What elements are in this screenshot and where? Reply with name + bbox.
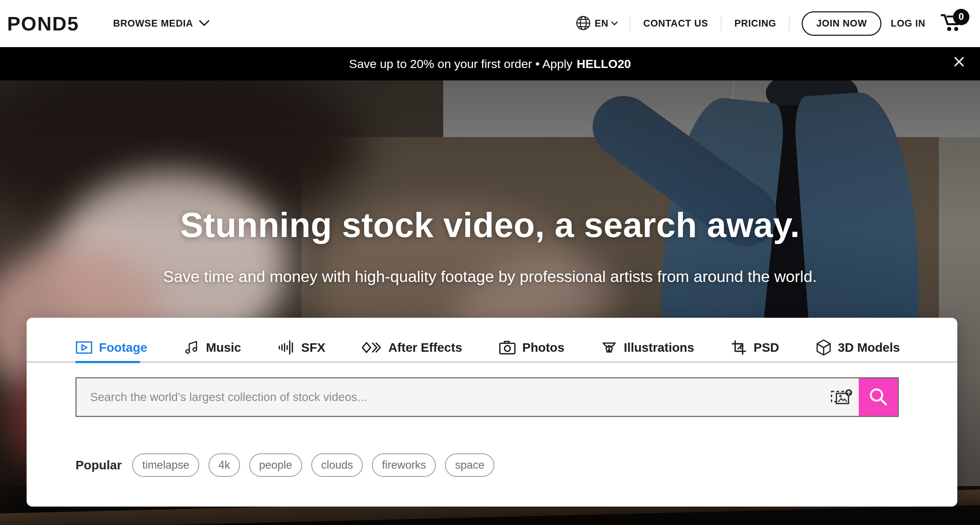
search-button[interactable] [859, 378, 898, 416]
pen-nib-icon [601, 339, 617, 356]
footage-play-icon [76, 341, 92, 354]
promo-text: Save up to 20% on your first order • App… [349, 57, 573, 71]
log-in-link[interactable]: LOG IN [891, 18, 925, 29]
popular-label: Popular [76, 458, 122, 472]
cart-count-badge: 0 [953, 9, 969, 25]
diamond-chevrons-icon [362, 341, 382, 354]
tab-label: Photos [522, 341, 565, 355]
tab-label: Music [206, 341, 241, 355]
tabs-underline [27, 361, 957, 363]
popular-tag-4k[interactable]: 4k [208, 454, 240, 477]
cart-button[interactable]: 0 [940, 10, 969, 37]
browse-media-menu[interactable]: BROWSE MEDIA [113, 18, 210, 29]
pricing-link[interactable]: PRICING [734, 18, 776, 29]
close-icon [953, 63, 965, 69]
contact-us-link[interactable]: CONTACT US [643, 18, 708, 29]
join-now-button[interactable]: JOIN NOW [802, 11, 881, 36]
search-bar [76, 377, 899, 417]
header-actions: EN CONTACT US PRICING JOIN NOW LOG IN 0 [576, 10, 969, 37]
media-type-tabs: Footage Music SFX After Effects Photos [76, 334, 900, 361]
active-tab-indicator [76, 361, 140, 363]
search-icon [868, 387, 889, 408]
globe-icon [576, 15, 591, 32]
tab-illustrations[interactable]: Illustrations [601, 339, 694, 356]
tab-label: After Effects [388, 341, 462, 355]
tab-photos[interactable]: Photos [499, 340, 565, 355]
chevron-down-icon [193, 20, 210, 28]
nav-divider [789, 16, 790, 31]
tab-music[interactable]: Music [184, 340, 241, 355]
tab-label: 3D Models [838, 341, 900, 355]
language-label: EN [595, 18, 608, 29]
cart-icon [940, 28, 965, 34]
camera-icon [499, 340, 516, 355]
tab-label: SFX [301, 341, 326, 355]
popular-tag-fireworks[interactable]: fireworks [372, 454, 436, 477]
tab-label: PSD [753, 341, 779, 355]
hero-title: Stunning stock video, a search away. [0, 205, 980, 245]
image-search-button[interactable] [825, 378, 859, 416]
popular-tag-people[interactable]: people [249, 454, 302, 477]
chevron-down-icon [611, 21, 618, 27]
search-input[interactable] [76, 378, 825, 416]
popular-tag-clouds[interactable]: clouds [311, 454, 363, 477]
popular-tag-space[interactable]: space [445, 454, 494, 477]
tab-label: Illustrations [624, 341, 694, 355]
browse-media-label: BROWSE MEDIA [113, 18, 193, 29]
tab-label: Footage [99, 341, 147, 355]
top-navigation: POND5 BROWSE MEDIA EN CONTACT US PRICING… [0, 0, 980, 47]
tab-3d-models[interactable]: 3D Models [816, 339, 900, 356]
search-card: Footage Music SFX After Effects Photos [27, 318, 957, 507]
language-selector[interactable]: EN [576, 15, 618, 32]
music-notes-icon [184, 340, 200, 355]
popular-tags-row: Popular timelapse 4k people clouds firew… [76, 454, 503, 477]
promo-banner: Save up to 20% on your first order • App… [0, 47, 980, 81]
pond5-logo[interactable]: POND5 [7, 12, 79, 35]
banner-close-button[interactable] [950, 53, 968, 71]
popular-tag-timelapse[interactable]: timelapse [132, 454, 199, 477]
crop-image-icon [731, 339, 747, 356]
tab-after-effects[interactable]: After Effects [362, 341, 462, 355]
cube-icon [816, 339, 831, 356]
tab-footage[interactable]: Footage [76, 341, 147, 355]
tab-psd[interactable]: PSD [731, 339, 779, 356]
nav-divider [630, 16, 630, 31]
tab-sfx[interactable]: SFX [278, 340, 326, 355]
image-search-icon [830, 387, 853, 407]
promo-code: HELLO20 [576, 57, 631, 71]
waveform-icon [278, 340, 295, 355]
hero-subtitle: Save time and money with high-quality fo… [0, 268, 980, 286]
nav-divider [721, 16, 722, 31]
